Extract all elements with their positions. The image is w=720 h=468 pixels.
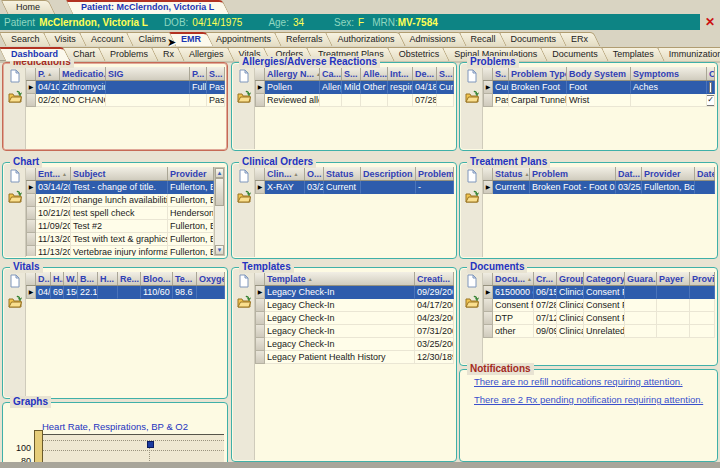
column-header[interactable]: Problem: [530, 167, 616, 180]
column-header[interactable]: Body System: [567, 67, 631, 80]
table-row[interactable]: 11/09/200Test #2Fullerton, Bob: [26, 220, 214, 233]
row-selector[interactable]: [26, 220, 36, 233]
rx-pending-notifications-link[interactable]: There are 2 Rx pending notification requ…: [474, 394, 711, 405]
row-selector[interactable]: [255, 312, 265, 325]
scrollbar-thumb[interactable]: [215, 178, 224, 206]
table-row[interactable]: Consent fo07/28ClinicalConsent Fo: [483, 299, 715, 312]
column-header[interactable]: Int...: [388, 67, 413, 80]
tab-problems[interactable]: Problems: [101, 47, 157, 61]
table-row[interactable]: Legacy Check-In03/25/200: [255, 338, 454, 351]
column-header[interactable]: Status▲: [493, 167, 530, 180]
column-header[interactable]: S...: [207, 67, 225, 80]
table-row[interactable]: other09/09ClinicalUnrelated: [483, 325, 715, 338]
new-record-icon[interactable]: [8, 274, 22, 288]
checked-checkbox[interactable]: ✓: [707, 95, 715, 106]
open-record-icon[interactable]: [237, 295, 251, 309]
unchecked-checkbox[interactable]: [709, 82, 712, 93]
open-record-icon[interactable]: [237, 90, 251, 104]
column-header[interactable]: De...: [413, 67, 437, 80]
column-header[interactable]: Problem: [416, 167, 454, 180]
column-header[interactable]: Docu...▲: [493, 272, 534, 285]
new-record-icon[interactable]: [8, 69, 22, 83]
column-header[interactable]: Clin...▲: [265, 167, 305, 180]
row-selector[interactable]: [255, 338, 265, 351]
tab-search[interactable]: Search: [2, 32, 49, 46]
table-row[interactable]: Legacy Check-In04/23/200: [255, 312, 454, 325]
column-header[interactable]: Description: [361, 167, 416, 180]
column-header[interactable]: Te...: [173, 272, 197, 285]
column-header[interactable]: Category: [584, 272, 625, 285]
tab-account[interactable]: Account: [82, 32, 133, 46]
column-header[interactable]: S...: [437, 67, 454, 80]
row-selector[interactable]: [255, 94, 265, 107]
current-row-arrow[interactable]: ▶: [483, 286, 493, 299]
tab-emr[interactable]: EMR: [172, 32, 210, 46]
table-row[interactable]: Legacy Check-In04/17/200: [255, 299, 454, 312]
column-header[interactable]: Bloo...: [141, 272, 173, 285]
table-row[interactable]: ▶03/14/200Test - change of title.Fullert…: [26, 181, 214, 194]
table-row[interactable]: ▶CurrentBroken Foot - Foot 03/03/25/Full…: [483, 181, 715, 194]
table-row[interactable]: Reviewed allerg07/28: [255, 94, 454, 107]
table-row[interactable]: 02/20NO CHANGESPas: [26, 94, 225, 107]
tab-templates[interactable]: Templates: [604, 47, 663, 61]
table-row[interactable]: 11/13/200Test with text & graphicsFuller…: [26, 233, 214, 246]
new-record-icon[interactable]: [237, 274, 251, 288]
row-selector[interactable]: [483, 325, 493, 338]
column-header[interactable]: SIG: [106, 67, 190, 80]
column-header[interactable]: P...: [190, 67, 207, 80]
column-header[interactable]: Problem Type▲: [509, 67, 567, 80]
open-record-icon[interactable]: [465, 90, 479, 104]
tab-allergies[interactable]: Allergies: [180, 47, 233, 61]
tab-documents[interactable]: Documents: [543, 47, 607, 61]
column-header[interactable]: Dat...: [616, 167, 642, 180]
close-icon[interactable]: ✕: [703, 15, 717, 29]
table-row[interactable]: Legacy Check-In07/31/200: [255, 325, 454, 338]
new-record-icon[interactable]: [465, 274, 479, 288]
table-row[interactable]: PasCarpal TunnelWrist✓: [483, 94, 715, 107]
open-record-icon[interactable]: [237, 190, 251, 204]
row-selector[interactable]: [483, 312, 493, 325]
current-row-arrow[interactable]: ▶: [255, 286, 265, 299]
tab-documents[interactable]: Documents: [502, 32, 566, 46]
table-row[interactable]: 10/17/200change lunch availabilitiesFull…: [26, 194, 214, 207]
column-header[interactable]: Creati...: [415, 272, 454, 285]
new-record-icon[interactable]: [8, 169, 22, 183]
current-row-arrow[interactable]: ▶: [26, 286, 36, 299]
column-header[interactable]: Ca...: [320, 67, 342, 80]
vertical-scrollbar[interactable]: ▲▼: [214, 167, 225, 256]
row-selector[interactable]: [483, 94, 493, 107]
tab-authorizations[interactable]: Authorizations: [328, 32, 403, 46]
tab-immunizations[interactable]: Immunizations: [660, 47, 720, 61]
table-row[interactable]: ▶PollenAllergyMildOtherrespira04/18Curr: [255, 81, 454, 94]
table-row[interactable]: ▶6150000 co06/15ClinicalConsent Fo: [483, 286, 715, 299]
column-header[interactable]: S...: [342, 67, 361, 80]
table-row[interactable]: 11/13/200Vertebrae injury informatioFull…: [26, 246, 214, 256]
table-row[interactable]: ▶Legacy Check-In09/29/200: [255, 286, 454, 299]
column-header[interactable]: Provi...: [690, 272, 715, 285]
column-header[interactable]: Oxyge...: [197, 272, 225, 285]
column-header[interactable]: B...: [78, 272, 98, 285]
column-header[interactable]: H..: [51, 272, 64, 285]
tab-obstetrics[interactable]: Obstetrics: [390, 47, 449, 61]
current-row-arrow[interactable]: ▶: [483, 181, 493, 194]
column-header[interactable]: S..: [493, 67, 509, 80]
column-header[interactable]: Symptoms: [631, 67, 707, 80]
row-selector[interactable]: [255, 299, 265, 312]
new-record-icon[interactable]: [465, 169, 479, 183]
tab-home[interactable]: Home: [4, 0, 52, 14]
column-header[interactable]: Re...: [118, 272, 141, 285]
tab-referrals[interactable]: Referrals: [277, 32, 332, 46]
table-row[interactable]: Legacy Patient Health History12/30/189: [255, 351, 454, 364]
current-row-arrow[interactable]: ▶: [255, 181, 265, 194]
column-header[interactable]: Provider: [168, 167, 214, 180]
column-header[interactable]: Group: [557, 272, 584, 285]
current-row-arrow[interactable]: ▶: [26, 181, 36, 194]
table-row[interactable]: DTP07/12ClinicalConsent Fo: [483, 312, 715, 325]
row-selector[interactable]: [255, 325, 265, 338]
column-header[interactable]: Provider: [642, 167, 695, 180]
tab-patient-mcclerndon-victoria-l[interactable]: Patient: McClerndon, Victoria L: [69, 0, 226, 14]
new-record-icon[interactable]: [237, 69, 251, 83]
current-row-arrow[interactable]: ▶: [255, 81, 265, 94]
row-selector[interactable]: [255, 351, 265, 364]
column-header[interactable]: Cr...: [534, 272, 557, 285]
